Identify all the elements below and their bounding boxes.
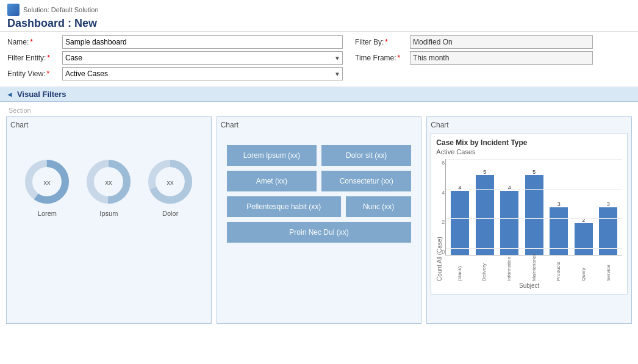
- dashboard-title: Dashboard : New: [7, 17, 631, 30]
- time-frame-label: Time Frame:*: [355, 54, 410, 62]
- chart-block-3: Chart Case Mix by Incident Type Active C…: [426, 116, 632, 324]
- donut-item-3: xx Dolor: [146, 157, 195, 217]
- x-label-3: Information: [506, 257, 512, 281]
- bar-chart-subtitle: Active Cases: [436, 148, 622, 155]
- donut-item-1: xx Lorem: [23, 157, 71, 217]
- bar-chart-title: Case Mix by Incident Type: [436, 138, 622, 147]
- top-bar: Solution: Default Solution Dashboard : N…: [0, 0, 638, 32]
- time-frame-row: Time Frame:*: [355, 51, 631, 65]
- bar-rect-3: [500, 191, 518, 255]
- treemap-btn-5[interactable]: Pellentesque habit (xx): [227, 196, 341, 217]
- donut-container: xx Lorem xx Ipsum xx: [10, 133, 207, 223]
- chart-block-2: Chart Lorem Ipsum (xx) Dolor sit (xx) Am…: [217, 116, 422, 324]
- svg-text:xx: xx: [167, 179, 174, 186]
- entity-view-label: Entity View:*: [7, 70, 62, 78]
- visual-filters-header: ◄ Visual Filters: [0, 87, 638, 102]
- x-label-4: Maintenance: [531, 257, 537, 281]
- bar-col-3: 4: [498, 159, 521, 255]
- bar-col-7: 3: [597, 159, 620, 255]
- x-axis-label: Subject: [436, 282, 622, 289]
- chart-block-1: Chart xx Lorem xx Ipsum: [6, 116, 212, 324]
- treemap-btn-2[interactable]: Dolor sit (xx): [321, 145, 411, 166]
- y-axis-label: Count All (Case): [436, 159, 443, 281]
- entity-view-select-wrap: Active Cases All Cases My Cases ▼: [62, 67, 343, 80]
- donut-item-2: xx Ipsum: [84, 157, 133, 217]
- chart-3-title: Chart: [431, 121, 628, 129]
- solution-icon: [7, 4, 20, 16]
- chart-2-title: Chart: [221, 121, 418, 129]
- name-input[interactable]: [62, 35, 343, 49]
- form-right: Filter By:* Time Frame:*: [355, 35, 631, 83]
- name-label: Name:*: [7, 38, 62, 46]
- treemap-row-2: Amet (xx) Consectetur (xx): [227, 171, 412, 191]
- x-label-1: (blank): [457, 257, 462, 281]
- treemap-row-3: Pellentesque habit (xx) Nunc (xx): [227, 196, 412, 217]
- filter-entity-select[interactable]: Case Account Contact: [62, 51, 343, 65]
- entity-view-select[interactable]: Active Cases All Cases My Cases: [62, 67, 343, 80]
- bar-rect-4: [525, 175, 543, 255]
- visual-filters-area: Section Chart xx Lorem xx: [0, 102, 638, 329]
- donut-label-1: Lorem: [38, 210, 57, 217]
- bar-rect-6: [575, 223, 593, 255]
- donut-label-3: Dolor: [162, 210, 178, 217]
- treemap-btn-4[interactable]: Consectetur (xx): [321, 171, 411, 191]
- bar-rect-2: [476, 175, 494, 255]
- bar-col-2: 5: [473, 159, 496, 255]
- chart-1-title: Chart: [10, 121, 207, 129]
- svg-text:xx: xx: [44, 179, 51, 186]
- form-left: Name:* Filter Entity:* Case Account Cont…: [7, 35, 343, 83]
- solution-text: Solution: Default Solution: [23, 6, 99, 13]
- bar-col-5: 3: [547, 159, 570, 255]
- section-label: Section: [9, 107, 632, 114]
- donut-svg-2: xx: [84, 157, 133, 206]
- filter-by-label: Filter By:*: [355, 38, 410, 46]
- filter-by-input: [410, 35, 593, 49]
- treemap-btn-6[interactable]: Nunc (xx): [346, 196, 412, 217]
- bar-col-4: 5: [523, 159, 546, 255]
- x-label-7: Service: [606, 257, 611, 281]
- filter-by-row: Filter By:*: [355, 35, 631, 49]
- bar-col-6: 2: [572, 159, 595, 255]
- treemap-row-4: Proin Nec Dui (xx): [227, 222, 412, 243]
- bar-rect-1: [451, 191, 469, 255]
- solution-label: Solution: Default Solution: [7, 4, 631, 16]
- time-frame-input: [410, 51, 593, 65]
- name-row: Name:*: [7, 35, 343, 49]
- filter-entity-row: Filter Entity:* Case Account Contact ▼: [7, 51, 343, 65]
- filter-entity-select-wrap: Case Account Contact ▼: [62, 51, 343, 65]
- svg-text:xx: xx: [106, 179, 113, 186]
- filter-entity-label: Filter Entity:*: [7, 54, 62, 62]
- collapse-arrow-icon[interactable]: ◄: [6, 90, 13, 99]
- bar-rect-5: [550, 207, 568, 255]
- treemap-btn-7[interactable]: Proin Nec Dui (xx): [227, 222, 412, 243]
- donut-svg-1: xx: [23, 157, 71, 206]
- visual-filters-title: Visual Filters: [17, 90, 66, 99]
- bar-chart-area: Case Mix by Incident Type Active Cases C…: [431, 133, 628, 294]
- form-area: Name:* Filter Entity:* Case Account Cont…: [0, 32, 638, 87]
- x-label-5: Products: [556, 257, 561, 281]
- x-labels-row: (blank) Delivery Information Maintenance…: [445, 257, 622, 281]
- treemap-btn-1[interactable]: Lorem Ipsum (xx): [227, 145, 317, 166]
- x-label-6: Query: [581, 257, 586, 281]
- bar-rect-7: [599, 207, 617, 255]
- donut-svg-3: xx: [146, 157, 195, 206]
- x-label-2: Delivery: [481, 257, 487, 281]
- charts-row: Chart xx Lorem xx Ipsum: [6, 116, 632, 324]
- bar-col-1: 4: [448, 159, 471, 255]
- treemap-row-1: Lorem Ipsum (xx) Dolor sit (xx): [227, 145, 412, 166]
- treemap-container: Lorem Ipsum (xx) Dolor sit (xx) Amet (xx…: [221, 133, 418, 255]
- treemap-btn-3[interactable]: Amet (xx): [227, 171, 317, 191]
- entity-view-row: Entity View:* Active Cases All Cases My …: [7, 67, 343, 80]
- donut-label-2: Ipsum: [99, 210, 118, 217]
